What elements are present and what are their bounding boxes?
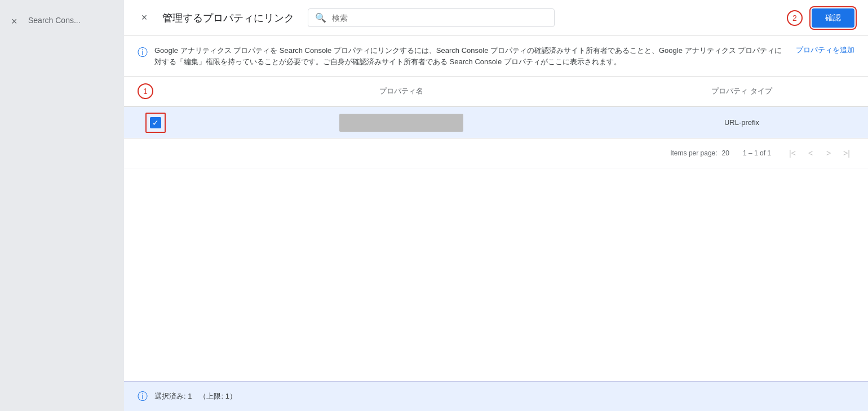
search-bar: 🔍 [308,8,555,27]
checkmark-icon: ✓ [152,119,159,127]
col-header-property-name: プロパティ名 [174,86,629,96]
step1-badge: 1 [138,83,153,99]
dialog-panel: × 管理するプロパティにリンク 🔍 2 確認 ⓘ Google アナリティクス … [124,0,868,411]
info-icon: ⓘ [138,46,148,59]
row-property-name [174,114,629,132]
dialog-close-button[interactable]: × [138,12,151,24]
table-row: ✓ URL-prefix [124,107,868,139]
pagination-range: 1 – 1 of 1 [743,149,771,157]
confirm-button[interactable]: 確認 [812,8,854,28]
selection-info-icon: ⓘ [138,390,148,403]
sidebar-close-button[interactable]: × [11,16,17,28]
selection-bar: ⓘ 選択済み: 1 （上限: 1） [124,381,868,411]
info-banner-text: Google アナリティクス プロパティを Search Console プロパ… [154,45,782,67]
table-area: 1 プロパティ名 プロパティ タイプ ✓ URL-prefix Items pe… [124,77,868,381]
search-icon: 🔍 [315,12,326,23]
row-checkbox-area: ✓ [138,113,174,133]
dialog-header: × 管理するプロパティにリンク 🔍 2 確認 [124,0,868,36]
sidebar-background: × Search Cons... [0,0,124,411]
pagination-prev-button[interactable]: < [803,145,818,161]
header-checkbox-col: 1 [138,83,174,99]
dialog-title: 管理するプロパティにリンク [162,11,294,25]
info-banner: ⓘ Google アナリティクス プロパティを Search Console プ… [124,36,868,77]
pagination-last-button[interactable]: >| [839,145,854,161]
search-input[interactable] [332,14,547,23]
selection-text: 選択済み: 1 （上限: 1） [154,391,237,401]
pagination-nav: |< < > >| [785,145,854,161]
table-header: 1 プロパティ名 プロパティ タイプ [124,77,868,107]
step2-badge: 2 [787,10,803,26]
pagination-next-button[interactable]: > [821,145,836,161]
property-name-blurred [339,114,463,132]
pagination-first-button[interactable]: |< [785,145,800,161]
add-property-link[interactable]: プロパティを追加 [796,45,854,55]
col-header-property-type: プロパティ タイプ [629,86,854,96]
pagination-page-size: 20 [722,149,729,157]
sidebar-title: Search Cons... [28,16,81,25]
row-property-type: URL-prefix [629,118,854,127]
checkbox-checked[interactable]: ✓ [150,117,161,128]
pagination-label: Items per page: [670,149,717,157]
checkbox-wrapper: ✓ [145,113,166,133]
pagination-row: Items per page: 20 1 – 1 of 1 |< < > >| [124,139,868,168]
